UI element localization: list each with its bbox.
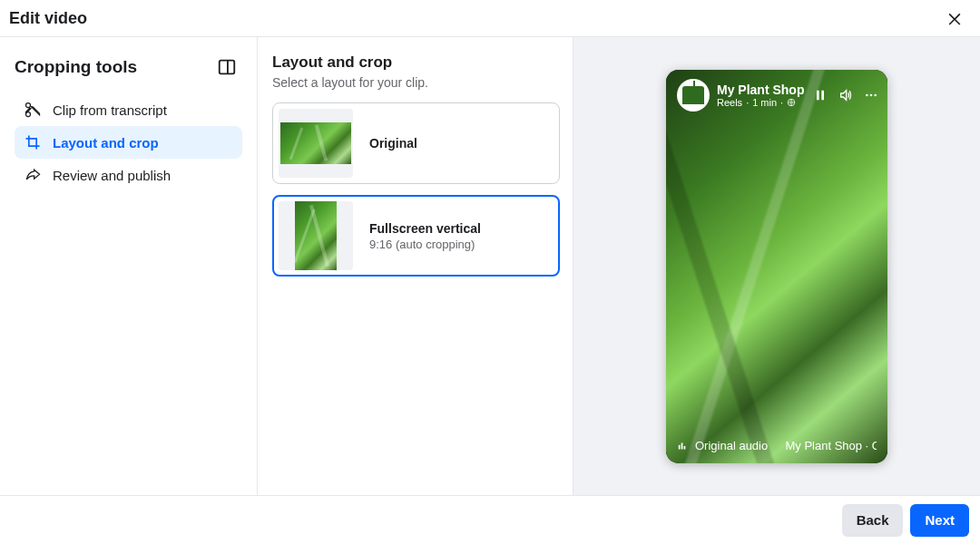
preview-page-name: My Plant Shop [717, 83, 813, 97]
more-button[interactable] [864, 88, 878, 102]
share-icon [24, 166, 42, 184]
layout-option-title: Fullscreen vertical [369, 221, 481, 236]
audio-attribution: Original audio ·· My Plant Shop · O [677, 439, 877, 452]
main-title: Layout and crop [272, 53, 560, 72]
back-button[interactable]: Back [842, 504, 904, 537]
close-icon [946, 9, 964, 27]
video-preview: My Plant Shop Reels·1 min· Original audi… [666, 70, 887, 463]
sidebar-item-label: Review and publish [53, 168, 171, 183]
svg-rect-6 [679, 444, 681, 449]
pause-icon [813, 88, 828, 102]
main-panel: Layout and crop Select a layout for your… [258, 37, 573, 495]
volume-button[interactable] [838, 88, 853, 102]
page-title: Edit video [9, 9, 87, 28]
panel-collapse-icon [217, 57, 237, 77]
sidebar-item-label: Layout and crop [53, 135, 159, 151]
next-button[interactable]: Next [910, 504, 969, 537]
sidebar-title: Cropping tools [15, 57, 137, 77]
more-icon [864, 88, 878, 102]
scissors-icon [24, 101, 42, 119]
main-subtitle: Select a layout for your clip. [272, 75, 560, 90]
layout-option-title: Original [369, 136, 417, 151]
svg-point-3 [866, 94, 868, 97]
svg-point-4 [870, 94, 873, 97]
layout-option-fullscreen-vertical[interactable]: Fullscreen vertical 9:16 (auto cropping) [272, 195, 560, 277]
crop-icon [24, 133, 42, 151]
audio-bars-icon [677, 440, 690, 452]
preview-pane: My Plant Shop Reels·1 min· Original audi… [573, 37, 980, 495]
sidebar-item-clip-transcript[interactable]: Clip from transcript [15, 93, 242, 126]
preview-meta: Reels·1 min· [717, 97, 813, 108]
avatar [677, 79, 710, 112]
sidebar-item-label: Clip from transcript [53, 102, 167, 118]
video-frame [666, 70, 887, 463]
header: Edit video [0, 0, 980, 37]
svg-point-5 [874, 94, 877, 97]
layout-option-original[interactable]: Original [272, 102, 560, 184]
sidebar-item-layout-crop[interactable]: Layout and crop [15, 126, 242, 159]
svg-rect-8 [684, 446, 686, 450]
close-button[interactable] [942, 5, 967, 31]
pause-button[interactable] [813, 88, 828, 102]
svg-rect-7 [681, 442, 683, 449]
footer: Back Next [0, 495, 980, 544]
volume-icon [838, 88, 853, 102]
globe-icon [787, 98, 796, 107]
collapse-panel-button[interactable] [211, 52, 242, 83]
layout-thumbnail [279, 201, 353, 270]
sidebar: Cropping tools Clip from transcript Layo… [0, 37, 258, 495]
layout-option-subtitle: 9:16 (auto cropping) [369, 238, 481, 251]
layout-thumbnail [279, 109, 353, 178]
sidebar-item-review-publish[interactable]: Review and publish [15, 159, 242, 191]
